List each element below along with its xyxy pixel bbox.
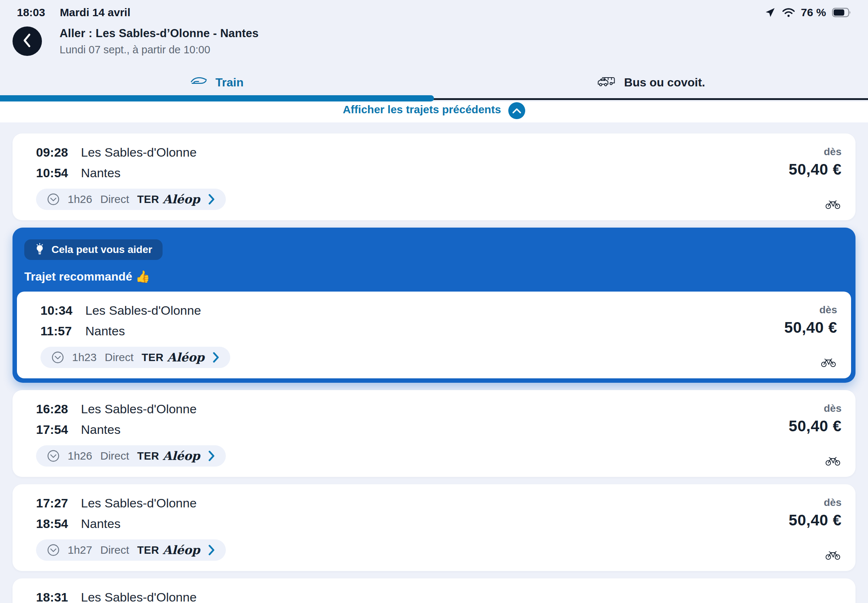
price-block: dès 50,40 €	[789, 403, 842, 435]
wifi-icon	[782, 7, 795, 18]
departure-row: 09:28 Les Sables-d'Olonne	[36, 145, 842, 160]
header: Aller : Les Sables-d’Olonne - Nantes Lun…	[0, 20, 868, 63]
arrival-row: 17:54 Nantes	[36, 422, 842, 437]
carrier-label: TER	[142, 351, 164, 363]
direct-label: Direct	[101, 450, 129, 462]
helper-badge: Cela peut vous aider	[24, 240, 162, 260]
departure-station: Les Sables-d'Olonne	[85, 303, 201, 318]
chevron-right-icon	[213, 352, 219, 363]
status-bar: 18:03 Mardi 14 avril 76 %	[0, 0, 868, 20]
duration-icon	[47, 544, 60, 556]
bus-car-icon	[597, 75, 616, 90]
price-prefix: dès	[789, 497, 842, 509]
lightbulb-icon	[34, 243, 45, 256]
price-prefix: dès	[789, 403, 842, 414]
arrival-station: Nantes	[85, 324, 125, 338]
brand-label: Aléop	[163, 449, 200, 463]
departure-time: 09:28	[36, 145, 71, 159]
arrival-time: 18:54	[36, 516, 71, 531]
duration-icon	[47, 450, 60, 462]
departure-row: 16:28 Les Sables-d'Olonne	[36, 402, 842, 417]
price-prefix: dès	[784, 304, 837, 316]
price-block: dès 50,40 €	[789, 497, 842, 529]
previous-trips-inner: Afficher les trajets précédents	[343, 102, 525, 122]
departure-row: 17:27 Les Sables-d'Olonne	[36, 496, 842, 511]
arrival-time: 10:54	[36, 166, 71, 180]
departure-time: 16:28	[36, 402, 71, 416]
tab-train-label: Train	[215, 76, 243, 89]
brand-label: Aléop	[163, 192, 200, 206]
price-amount: 50,40 €	[789, 417, 842, 435]
price-amount: 50,40 €	[784, 319, 837, 336]
back-button[interactable]	[12, 26, 42, 56]
departure-row: 10:34 Les Sables-d'Olonne	[40, 303, 838, 318]
chevron-right-icon	[208, 450, 215, 461]
bike-icon	[825, 199, 841, 211]
departure-station: Les Sables-d'Olonne	[81, 590, 197, 603]
journey-card[interactable]: 17:27 Les Sables-d'Olonne 18:54 Nantes 1…	[12, 484, 856, 571]
journey-card-partial[interactable]: 18:31 Les Sables-d'Olonne	[12, 578, 856, 603]
status-left: 18:03 Mardi 14 avril	[17, 6, 131, 19]
arrival-station: Nantes	[81, 166, 121, 180]
journey-card-recommended[interactable]: 10:34 Les Sables-d'Olonne 11:57 Nantes 1…	[17, 292, 851, 378]
departure-time: 18:31	[36, 590, 71, 603]
price-block: dès 50,40 €	[789, 146, 842, 178]
price-prefix: dès	[789, 146, 842, 158]
duration-label: 1h26	[68, 450, 92, 462]
transport-tabs: Train Bus ou covoit.	[0, 63, 868, 102]
duration-icon	[47, 193, 60, 206]
tab-bus-covoit[interactable]: Bus ou covoit.	[434, 63, 868, 102]
recommended-title: Trajet recommandé 👍	[24, 269, 851, 284]
direct-label: Direct	[101, 193, 129, 206]
journey-card[interactable]: 09:28 Les Sables-d'Olonne 10:54 Nantes 1…	[12, 133, 856, 220]
price-amount: 50,40 €	[789, 161, 842, 178]
journey-details-pill[interactable]: 1h26 Direct TER Aléop	[36, 189, 226, 210]
results-list: 09:28 Les Sables-d'Olonne 10:54 Nantes 1…	[0, 122, 868, 603]
departure-time: 17:27	[36, 496, 71, 510]
duration-label: 1h23	[72, 351, 97, 363]
departure-row: 18:31 Les Sables-d'Olonne	[36, 590, 842, 603]
journey-details-pill[interactable]: 1h27 Direct TER Aléop	[36, 540, 226, 561]
arrival-row: 18:54 Nantes	[36, 516, 842, 531]
duration-label: 1h27	[68, 544, 92, 556]
arrival-time: 17:54	[36, 422, 71, 437]
page-title: Aller : Les Sables-d’Olonne - Nantes	[60, 27, 258, 40]
departure-time: 10:34	[40, 303, 76, 318]
battery-percent: 76 %	[801, 6, 826, 19]
journey-details-pill[interactable]: 1h23 Direct TER Aléop	[40, 347, 230, 368]
direct-label: Direct	[105, 351, 133, 363]
recommended-journey-section: Cela peut vous aider Trajet recommandé 👍…	[12, 227, 856, 383]
location-arrow-icon	[764, 7, 776, 19]
carrier-label: TER	[137, 544, 159, 556]
helper-badge-label: Cela peut vous aider	[51, 244, 152, 255]
duration-icon	[51, 351, 64, 363]
arrival-row: 11:57 Nantes	[40, 324, 838, 339]
bike-icon	[825, 456, 841, 467]
chevron-up-button[interactable]	[508, 102, 525, 119]
battery-icon	[832, 8, 851, 17]
app-screen: 18:03 Mardi 14 avril 76 %	[0, 0, 868, 603]
chevron-left-icon	[21, 33, 34, 49]
status-date: Mardi 14 avril	[60, 6, 131, 19]
chevron-right-icon	[208, 194, 215, 205]
duration-label: 1h26	[68, 193, 92, 206]
arrival-time: 11:57	[40, 324, 76, 338]
bike-icon	[821, 357, 836, 369]
show-previous-trips-link[interactable]: Afficher les trajets précédents	[0, 102, 868, 122]
arrival-station: Nantes	[81, 516, 121, 531]
train-icon	[190, 75, 207, 90]
bike-icon	[825, 550, 841, 561]
active-tab-indicator	[0, 95, 434, 102]
previous-trips-label: Afficher les trajets précédents	[343, 103, 501, 116]
direct-label: Direct	[101, 544, 129, 556]
brand-label: Aléop	[167, 350, 204, 364]
page-subtitle: Lundi 07 sept., à partir de 10:00	[60, 44, 258, 56]
chevron-right-icon	[208, 544, 215, 555]
journey-card[interactable]: 16:28 Les Sables-d'Olonne 17:54 Nantes 1…	[12, 390, 856, 477]
carrier-label: TER	[137, 193, 159, 206]
arrival-station: Nantes	[81, 422, 121, 437]
tab-bus-label: Bus ou covoit.	[624, 76, 705, 89]
status-time: 18:03	[17, 6, 45, 19]
brand-label: Aléop	[163, 543, 200, 557]
journey-details-pill[interactable]: 1h26 Direct TER Aléop	[36, 445, 226, 467]
